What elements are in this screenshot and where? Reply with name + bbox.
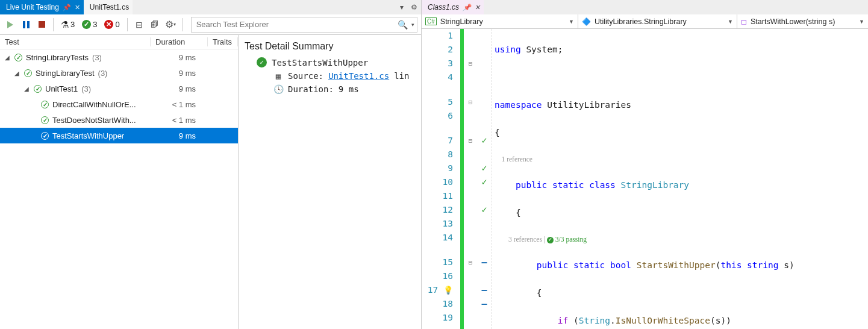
left-tabs: Live Unit Testing 📌 ✕ UnitTest1.cs ▾ ⚙ (0, 0, 421, 14)
close-icon[interactable]: ✕ (475, 4, 480, 11)
settings-button[interactable]: ⚙▾ (164, 18, 177, 31)
tab-label: Class1.cs (428, 3, 459, 11)
tree-row-project[interactable]: ◢ StringLibraryTests (3) 9 ms (0, 49, 238, 65)
not-covered-icon[interactable]: — (481, 284, 487, 295)
row-name: TestStartsWithUpper (52, 131, 124, 140)
col-test[interactable]: Test (0, 37, 151, 46)
source-suffix: lin (394, 71, 409, 81)
detail-test-name: TestStartsWithUpper (272, 58, 368, 67)
live-test-gutter[interactable]: ✓ ✓ ✓ ✓ — — — (477, 29, 492, 329)
row-count: (3) (92, 53, 102, 62)
covered-pass-icon[interactable]: ✓ (481, 163, 487, 174)
nav-label: UtilityLibraries.StringLibrary (595, 17, 687, 26)
row-duration: 9 ms (151, 131, 208, 140)
search-box[interactable]: 🔍▾ (191, 17, 417, 33)
pass-icon (547, 237, 554, 243)
detail-title: Test Detail Summary (245, 37, 415, 55)
codelens-tests[interactable]: 3/3 passing (555, 236, 587, 243)
duration-value: 9 ms (339, 84, 359, 94)
pass-icon (34, 85, 42, 93)
row-duration: 9 ms (151, 53, 208, 62)
lightbulb-icon[interactable]: 💡 (443, 286, 453, 295)
tab-class1[interactable]: Class1.cs 📌 ✕ (422, 0, 484, 14)
tree-row-test-selected[interactable]: TestStartsWithUpper 9 ms (0, 128, 238, 143)
codelens-references[interactable]: 1 reference (502, 155, 532, 163)
pass-icon (41, 101, 49, 108)
total-count: 3 (70, 20, 75, 29)
row-duration: 9 ms (151, 69, 208, 78)
not-covered-icon[interactable]: — (481, 257, 487, 268)
tab-label: UnitTest1.cs (90, 3, 129, 11)
pass-icon (41, 116, 49, 124)
nav-label: StringLibrary (440, 17, 483, 26)
source-link[interactable]: UnitTest1.cs (328, 71, 389, 81)
tree-row-test[interactable]: TestDoesNotStartWith... < 1 ms (0, 112, 238, 128)
pass-icon (14, 54, 22, 61)
chevron-down-icon[interactable]: ▼ (728, 19, 733, 25)
line-numbers: 1234 56 7891011121314 1516 17 💡 1819 (422, 29, 460, 329)
expander-icon[interactable]: ◢ (4, 54, 11, 61)
expander-icon[interactable]: ◢ (13, 70, 20, 77)
row-name: StringLibraryTests (26, 53, 89, 62)
pin-icon[interactable]: 📌 (63, 4, 71, 11)
codelens-references[interactable]: 3 references (508, 236, 542, 243)
pin-icon[interactable]: 📌 (463, 4, 471, 11)
run-all-button[interactable] (4, 18, 17, 31)
nav-class[interactable]: 🔷 UtilityLibraries.StringLibrary ▼ (578, 14, 737, 28)
pass-icon (41, 132, 49, 140)
expander-icon[interactable]: ◢ (23, 86, 30, 92)
tab-gear-icon[interactable]: ⚙ (407, 3, 421, 11)
outline-gutter[interactable]: ⊟ ⊟ ⊟ ⊟ (464, 29, 477, 329)
col-duration[interactable]: Duration (151, 37, 208, 46)
not-covered-icon[interactable]: — (481, 298, 487, 309)
pass-icon (24, 69, 32, 77)
right-tabs: Class1.cs 📌 ✕ (422, 0, 868, 14)
search-input[interactable] (192, 20, 394, 29)
covered-pass-icon[interactable]: ✓ (481, 135, 487, 146)
source-label: Source: (288, 71, 323, 81)
row-duration: < 1 ms (151, 100, 208, 109)
covered-pass-icon[interactable]: ✓ (481, 177, 487, 187)
row-name: TestDoesNotStartWith... (52, 116, 136, 125)
row-duration: < 1 ms (151, 116, 208, 125)
chevron-down-icon[interactable]: ▼ (569, 19, 574, 25)
source-icon: ▦ (273, 71, 283, 81)
row-name: StringLibraryTest (36, 69, 95, 78)
tree-row-namespace[interactable]: ◢ StringLibraryTest (3) 9 ms (0, 65, 238, 81)
search-icon[interactable]: 🔍 (394, 20, 411, 30)
row-name: UnitTest1 (45, 84, 78, 93)
pass-icon (82, 20, 91, 29)
row-count: (3) (81, 84, 91, 93)
tab-live-unit-testing[interactable]: Live Unit Testing 📌 ✕ (0, 0, 84, 14)
tab-dropdown-icon[interactable]: ▾ (396, 3, 407, 11)
tree-row-test[interactable]: DirectCallWithNullOrE... < 1 ms (0, 96, 238, 112)
covered-pass-icon[interactable]: ✓ (481, 204, 487, 215)
failed-tests-status[interactable]: 0 (102, 20, 122, 29)
tree-row-class[interactable]: ◢ UnitTest1 (3) 9 ms (0, 81, 238, 96)
pause-button[interactable] (19, 18, 33, 31)
fail-count: 0 (115, 20, 119, 29)
flask-icon: ⚗ (61, 19, 69, 30)
duration-label: Duration: (288, 84, 334, 94)
playlist-button[interactable]: 🗐 (148, 18, 161, 31)
csharp-icon: C# (425, 17, 437, 25)
total-tests-status[interactable]: ⚗ 3 (58, 19, 77, 30)
tab-unittest1[interactable]: UnitTest1.cs (84, 0, 133, 14)
test-explorer-toolbar: ⚗ 3 3 0 ⊟ 🗐 ⚙▾ 🔍▾ (0, 14, 421, 35)
code-text[interactable]: using System; namespace UtilityLibraries… (492, 29, 868, 329)
pass-count: 3 (93, 20, 97, 29)
stop-button[interactable] (35, 18, 48, 31)
row-count: (3) (98, 69, 108, 78)
nav-label: StartsWithLower(string s) (751, 17, 835, 26)
hierarchy-button[interactable]: ⊟ (133, 18, 146, 31)
passed-tests-status[interactable]: 3 (80, 20, 99, 29)
nav-method[interactable]: ◻ StartsWithLower(string s) ▼ (737, 14, 868, 28)
code-editor[interactable]: 1234 56 7891011121314 1516 17 💡 1819 ⊟ ⊟… (422, 29, 868, 329)
nav-project[interactable]: C# StringLibrary ▼ (422, 14, 578, 28)
class-icon: 🔷 (582, 17, 591, 26)
test-detail-panel: Test Detail Summary TestStartsWithUpper … (238, 35, 421, 329)
close-icon[interactable]: ✕ (75, 4, 80, 11)
method-icon: ◻ (741, 17, 747, 26)
chevron-down-icon[interactable]: ▼ (859, 19, 864, 25)
col-traits[interactable]: Traits (208, 37, 238, 46)
